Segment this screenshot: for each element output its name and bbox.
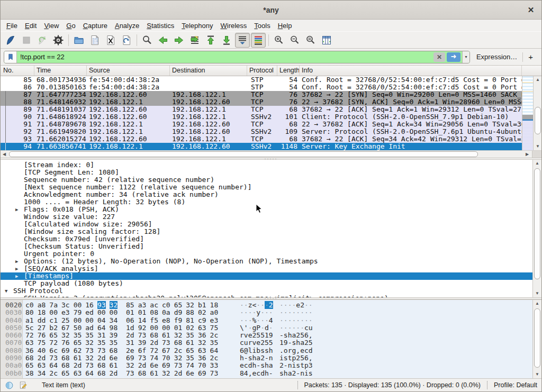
filter-apply-button[interactable]: ➜ [447,52,460,62]
packet-row-88[interactable]: 8871.648146932192.168.122.1192.168.122.6… [1,98,522,106]
ascii-char[interactable]: c [240,339,244,347]
hex-byte[interactable]: 35 [97,339,106,347]
hex-byte[interactable]: 02 [198,308,206,316]
hex-vertical-scrollbar[interactable]: ▲ ▼ [532,300,541,378]
hex-byte[interactable]: 73 [126,369,134,377]
hex-byte[interactable]: 2d [150,339,158,347]
hex-byte[interactable]: 36 [198,354,206,362]
hex-row-0070[interactable]: 0070637572766532353531392d7368613235curv… [1,339,541,347]
hex-byte[interactable]: 6f [138,347,147,354]
hex-byte[interactable]: 34 [110,316,118,324]
ascii-char[interactable]: · [284,324,288,332]
ascii-char[interactable]: 6 [304,331,309,339]
packet-row-93[interactable]: 9371.662015274192.168.122.60192.168.122.… [1,135,522,143]
menu-go[interactable]: Go [62,21,79,31]
column-header-no[interactable]: No. [1,66,34,76]
ascii-char[interactable]: h [284,369,288,377]
ascii-char[interactable]: · [279,308,284,316]
ascii-char[interactable]: v [244,331,248,339]
ascii-char[interactable]: c [304,347,309,354]
hex-byte[interactable]: 32 [110,301,118,309]
column-header-length[interactable]: Length [277,66,300,76]
hex-row-0090[interactable]: 0090682d736861322d6e697374703235362ch-sh… [1,354,541,362]
hex-byte[interactable]: 76 [38,331,46,339]
reload-file-button[interactable] [119,33,134,48]
ascii-char[interactable]: · [240,301,244,309]
hex-byte[interactable]: 00 [162,324,170,332]
ascii-char[interactable]: 8 [240,369,244,377]
hex-byte[interactable]: 69 [61,347,70,354]
hex-byte[interactable]: 68 [97,369,106,377]
hex-byte[interactable]: 61 [162,331,170,339]
ascii-char[interactable]: · [309,308,313,316]
hex-byte[interactable]: 73 [138,354,147,362]
packet-row-87[interactable]: 8771.647777234192.168.122.60192.168.122.… [1,91,522,98]
hex-byte[interactable]: 68 [110,347,118,354]
hex-byte[interactable]: 01 [126,308,134,316]
hex-byte[interactable]: 2e [126,347,134,354]
hex-byte[interactable]: 39 [110,331,118,339]
ascii-char[interactable]: a [269,361,273,369]
ascii-char[interactable]: s [260,361,265,369]
filter-history-dropdown[interactable]: ▾ [462,51,469,63]
ascii-char[interactable]: · [269,324,273,332]
ascii-char[interactable]: e [256,339,260,347]
ascii-char[interactable]: , [296,347,300,354]
hex-byte[interactable]: 2c [174,347,183,354]
hex-byte[interactable]: 68 [138,369,147,377]
hex-byte[interactable]: ed [85,308,94,316]
hex-byte[interactable]: 00 [74,301,82,309]
hex-byte[interactable]: 01 [174,324,183,332]
hex-byte[interactable]: 00 [85,316,94,324]
hex-byte[interactable]: 31 [126,339,134,347]
ascii-char[interactable]: · [284,316,288,324]
hex-byte[interactable]: 32 [126,361,134,369]
ascii-char[interactable]: - [269,369,273,377]
detail-line[interactable]: ▶[Timestamps] [1,272,534,280]
hex-byte[interactable]: 65 [174,301,183,309]
ascii-char[interactable]: , [309,331,313,339]
start-capture-button[interactable] [3,33,18,48]
hex-byte[interactable]: 73 [162,339,170,347]
hex-byte[interactable]: 16 [85,301,94,309]
hex-byte[interactable]: f5 [150,316,158,324]
hex-byte[interactable]: 69 [162,361,170,369]
hex-byte[interactable]: 33 [210,361,219,369]
hex-byte[interactable]: 61 [150,369,158,377]
ascii-char[interactable]: b [256,347,260,354]
ascii-char[interactable]: · [269,308,273,316]
hex-byte[interactable]: 00 [97,308,106,316]
scroll-down-arrow-icon[interactable]: ▼ [533,290,541,297]
hex-byte[interactable]: 73 [210,369,219,377]
detail-line[interactable]: Checksum: 0x79ed [unverified] [1,235,534,243]
stop-capture-button[interactable] [19,33,34,48]
ascii-char[interactable]: a [256,354,260,362]
hex-byte[interactable]: 68 [61,354,70,362]
hex-byte[interactable]: 39 [138,339,147,347]
close-window-button[interactable]: ✕ [526,5,536,15]
ascii-char[interactable]: c [244,361,248,369]
hex-byte[interactable]: 6c [49,347,58,354]
ascii-char[interactable]: s [265,347,269,354]
ascii-char[interactable]: 5 [300,354,304,362]
hex-byte[interactable]: e3 [61,308,70,316]
hex-byte[interactable]: 18 [38,308,46,316]
save-file-button[interactable]: 010101100113 [87,33,102,48]
ascii-char[interactable]: · [260,316,265,324]
hex-byte[interactable]: 64 [97,324,106,332]
ascii-char[interactable]: h [240,354,244,362]
ascii-char[interactable]: 5 [300,331,304,339]
hex-byte[interactable]: 63 [198,347,206,354]
ascii-char[interactable]: 5 [260,331,265,339]
detail-line[interactable]: [Stream index: 0] [1,161,534,169]
ascii-char[interactable]: 2 [296,331,300,339]
ascii-char[interactable]: n [269,354,273,362]
hex-byte[interactable]: 63 [25,339,34,347]
hex-byte[interactable]: 00 [74,316,82,324]
column-header-source[interactable]: Source [87,66,170,76]
column-header-protocol[interactable]: Protocol [247,66,277,76]
ascii-char[interactable]: 5 [256,331,260,339]
detail-line[interactable]: [Next sequence number: 1122 (relative se… [1,184,534,191]
menu-statistics[interactable]: Statistics [143,21,178,31]
hex-byte[interactable]: 14 [138,316,147,324]
